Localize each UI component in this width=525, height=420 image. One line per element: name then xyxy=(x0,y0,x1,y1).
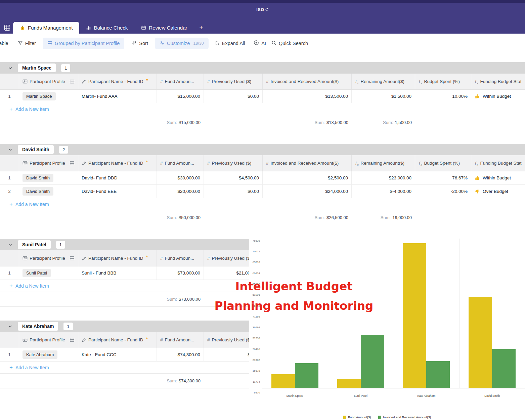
bar-invoiced-and-received-amount-martin-space[interactable] xyxy=(295,363,318,388)
column-header-funding-budget-stat[interactable]: ƒxFunding Budget Stat xyxy=(471,74,525,89)
expand-all-button[interactable]: Expand All xyxy=(215,40,245,46)
bar-fund-amount-martin-space[interactable] xyxy=(271,374,295,388)
profile-chip[interactable]: Martin Space xyxy=(23,92,56,100)
sort-button[interactable]: Sort xyxy=(132,40,148,46)
cell-invoiced-received[interactable]: $13,500.00 xyxy=(263,90,352,103)
cell-participant-name[interactable]: Martin- Fund AAA xyxy=(78,90,157,103)
cell-funding-budget-status[interactable]: Over Budget xyxy=(471,185,525,198)
customize-button[interactable]: Customize 18/30 xyxy=(155,38,209,49)
column-header-invoiced-and-received-amount[interactable]: #Invoiced and Received Amount($) xyxy=(263,74,352,89)
column-header-participant-profile[interactable]: Participant Profile xyxy=(19,74,78,89)
column-header-fund-amoun[interactable]: #Fund Amoun... xyxy=(157,74,204,89)
cell-participant-name[interactable]: David- Fund DDD xyxy=(78,171,157,185)
row-number[interactable]: 1 xyxy=(0,266,19,280)
profile-chip[interactable]: David Smith xyxy=(23,187,53,196)
cell-participant-name[interactable]: Sunil - Fund BBB xyxy=(78,266,157,280)
column-header-fund-amoun[interactable]: #Fund Amoun... xyxy=(157,155,204,171)
bar-fund-amount-sunil-patel[interactable] xyxy=(337,379,361,388)
table-grid-icon[interactable] xyxy=(3,22,13,34)
formula-field-icon: ƒx xyxy=(475,79,478,85)
tab-funds-management[interactable]: $ Funds Management xyxy=(13,22,79,34)
column-header-remaining-amount[interactable]: ƒxRemaining Amount($) xyxy=(352,74,415,89)
column-header-participant-profile[interactable]: Participant Profile xyxy=(19,332,78,348)
bar-fund-amount-david-smith[interactable] xyxy=(469,297,492,388)
ai-button[interactable]: AI xyxy=(254,40,266,46)
group-field-icon[interactable] xyxy=(70,161,75,166)
row-number[interactable]: 2 xyxy=(0,185,19,198)
quick-search-button[interactable]: Quick Search xyxy=(271,40,308,46)
cell-participant-name[interactable]: Kate - Fund CCC xyxy=(78,348,157,362)
group-name-chip[interactable]: David Smith xyxy=(18,145,54,154)
cell-budget-spent[interactable]: 76.67% xyxy=(415,171,471,185)
grouped-by-button[interactable]: Grouped by Participant Profile xyxy=(43,38,124,49)
column-header-fund-amoun[interactable]: #Fund Amoun... xyxy=(157,250,204,266)
cell-participant-profile[interactable]: David Smith xyxy=(19,171,78,185)
cell-participant-profile[interactable]: Martin Space xyxy=(19,90,78,103)
cell-fund-amount[interactable]: $20,000.00 xyxy=(157,185,204,198)
bar-invoiced-and-received-amount-david-smith[interactable] xyxy=(492,349,516,388)
column-header-previously-used[interactable]: #Previously Used ($) xyxy=(204,74,263,89)
add-tab-button[interactable]: + xyxy=(194,22,209,34)
column-header-budget-spent[interactable]: ƒxBudget Spent (%) xyxy=(415,74,471,89)
group-name-chip[interactable]: Sunil Patel xyxy=(18,240,51,249)
cell-funding-budget-status[interactable]: Within Budget xyxy=(471,171,525,185)
cell-previously-used[interactable]: $0.00 xyxy=(204,90,263,103)
column-header-participant-profile[interactable]: Participant Profile xyxy=(19,250,78,266)
cell-remaining-amount[interactable]: $-4,000.00 xyxy=(352,185,415,198)
group-field-icon[interactable] xyxy=(70,337,75,342)
cell-budget-spent[interactable]: 10.00% xyxy=(415,90,471,103)
cell-fund-amount[interactable]: $74,300.00 xyxy=(157,348,204,362)
column-header-invoiced-and-received-amount[interactable]: #Invoiced and Received Amount($) xyxy=(263,155,352,171)
cell-fund-amount[interactable]: $15,000.00 xyxy=(157,90,204,103)
number-field-icon: # xyxy=(160,79,163,84)
y-axis-tick: 11774 xyxy=(249,380,260,383)
bar-invoiced-and-received-amount-sunil-patel[interactable] xyxy=(361,335,384,388)
column-header-remaining-amount[interactable]: ƒxRemaining Amount($) xyxy=(352,155,415,171)
tab-balance-check[interactable]: Balance Check xyxy=(79,22,134,34)
profile-chip[interactable]: Kate Abraham xyxy=(23,350,57,359)
cell-previously-used[interactable]: $0.00 xyxy=(204,185,263,198)
column-header-participant-name-fund-id[interactable]: Participant Name - Fund ID★ xyxy=(78,250,157,266)
cell-budget-spent[interactable]: -20.00% xyxy=(415,185,471,198)
filter-button[interactable]: Filter xyxy=(18,40,36,46)
column-header-budget-spent[interactable]: ƒxBudget Spent (%) xyxy=(415,155,471,171)
group-field-icon[interactable] xyxy=(70,79,75,84)
bar-fund-amount-kate-abraham[interactable] xyxy=(403,243,426,388)
cell-participant-profile[interactable]: Sunil Patel xyxy=(19,266,78,280)
cell-funding-budget-status[interactable]: Within Budget xyxy=(471,90,525,103)
cell-invoiced-received[interactable]: $24,000.00 xyxy=(263,185,352,198)
profile-chip[interactable]: David Smith xyxy=(23,174,53,182)
column-header-participant-name-fund-id[interactable]: Participant Name - Fund ID★ xyxy=(78,155,157,171)
tab-review-calendar[interactable]: Review Calendar xyxy=(134,22,194,34)
cell-fund-amount[interactable]: $73,000.00 xyxy=(157,266,204,280)
row-number[interactable]: 1 xyxy=(0,348,19,362)
row-number[interactable]: 1 xyxy=(0,90,19,103)
collapse-chevron-icon[interactable] xyxy=(8,243,12,247)
collapse-chevron-icon[interactable] xyxy=(8,66,12,70)
cell-remaining-amount[interactable]: $1,500.00 xyxy=(352,90,415,103)
cell-invoiced-received[interactable]: $2,500.00 xyxy=(263,171,352,185)
column-header-participant-profile[interactable]: Participant Profile xyxy=(19,155,78,171)
column-header-funding-budget-stat[interactable]: ƒxFunding Budget Stat xyxy=(471,155,525,171)
group-field-icon[interactable] xyxy=(70,256,75,261)
profile-chip[interactable]: Sunil Patel xyxy=(23,269,51,277)
column-header-participant-name-fund-id[interactable]: Participant Name - Fund ID★ xyxy=(78,332,157,348)
cell-fund-amount[interactable]: $30,000.00 xyxy=(157,171,204,185)
add-new-item-button[interactable]: +Add a New Item xyxy=(0,103,525,115)
cell-participant-profile[interactable]: David Smith xyxy=(19,185,78,198)
group-name-chip[interactable]: Martin Space xyxy=(18,64,56,72)
row-number[interactable]: 1 xyxy=(0,171,19,185)
bar-invoiced-and-received-amount-kate-abraham[interactable] xyxy=(426,361,450,388)
cell-participant-name[interactable]: David- Fund EEE xyxy=(78,185,157,198)
column-header-participant-name-fund-id[interactable]: Participant Name - Fund ID★ xyxy=(78,74,157,89)
add-new-item-button[interactable]: +Add a New Item xyxy=(0,198,525,210)
cell-remaining-amount[interactable]: $23,000.00 xyxy=(352,171,415,185)
collapse-chevron-icon[interactable] xyxy=(8,148,12,152)
table-view-button[interactable]: Table xyxy=(0,41,8,46)
collapse-chevron-icon[interactable] xyxy=(8,324,12,329)
column-header-previously-used[interactable]: #Previously Used ($) xyxy=(204,155,263,171)
column-header-fund-amoun[interactable]: #Fund Amoun... xyxy=(157,332,204,348)
cell-participant-profile[interactable]: Kate Abraham xyxy=(19,348,78,362)
cell-previously-used[interactable]: $4,500.00 xyxy=(204,171,263,185)
group-name-chip[interactable]: Kate Abraham xyxy=(18,322,58,331)
